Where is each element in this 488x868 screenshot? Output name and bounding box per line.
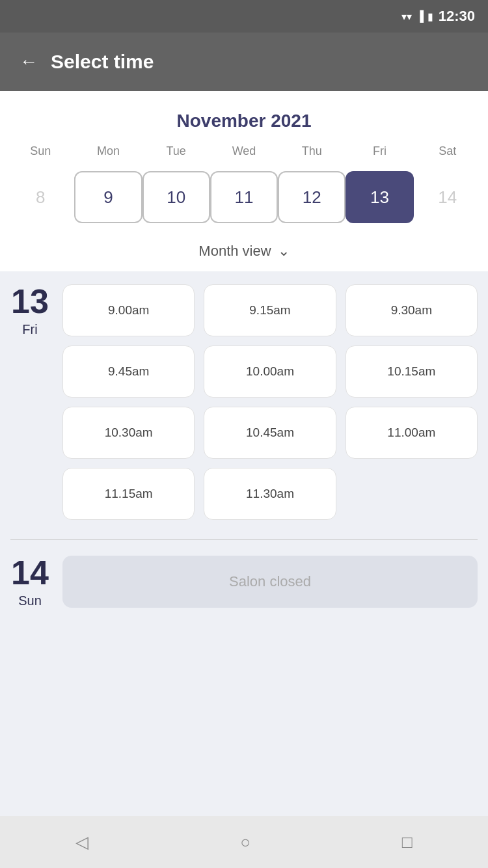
day-10[interactable]: 10 <box>142 171 210 223</box>
time-slot-1030[interactable]: 10.30am <box>62 407 195 459</box>
bottom-nav: ◁ ○ □ <box>0 816 488 868</box>
day-9[interactable]: 9 <box>74 171 142 223</box>
day-name-14: Sun <box>18 593 42 608</box>
day-11[interactable]: 11 <box>210 171 278 223</box>
calendar-section: November 2021 Sun Mon Tue Wed Thu Fri Sa… <box>0 91 488 271</box>
time-grid-13: 9.00am 9.15am 9.30am 9.45am 10.00am 10.1… <box>62 284 478 520</box>
day-content-row-13: 13 Fri 9.00am 9.15am 9.30am 9.45am 10.00… <box>10 284 478 520</box>
day-header-sat: Sat <box>414 144 481 166</box>
month-view-toggle[interactable]: Month view ⌄ <box>0 234 488 271</box>
day-label-block-14: 14 Sun <box>10 556 49 608</box>
time-slot-915[interactable]: 9.15am <box>204 284 336 336</box>
time-slot-1130[interactable]: 11.30am <box>204 468 336 520</box>
day-header-fri: Fri <box>346 144 413 166</box>
day-section-13: 13 Fri 9.00am 9.15am 9.30am 9.45am 10.00… <box>10 284 478 520</box>
day-12[interactable]: 12 <box>278 171 346 223</box>
day-section-14: 14 Sun Salon closed <box>10 556 478 608</box>
status-bar: ▾▾ ▐ ▮ 12:30 <box>0 0 488 33</box>
battery-icon: ▮ <box>427 10 433 23</box>
time-slot-1015[interactable]: 10.15am <box>346 346 478 398</box>
month-title: November 2021 <box>0 104 488 144</box>
time-slot-1100[interactable]: 11.00am <box>346 407 478 459</box>
header: ← Select time <box>0 33 488 91</box>
time-slot-1000[interactable]: 10.00am <box>204 346 336 398</box>
day-header-sun: Sun <box>7 144 74 166</box>
day-13[interactable]: 13 <box>346 171 413 223</box>
signal-icon: ▐ <box>416 10 423 22</box>
day-14[interactable]: 14 <box>414 171 481 223</box>
day-header-mon: Mon <box>74 144 142 166</box>
day-content-row-14: 14 Sun Salon closed <box>10 556 478 608</box>
nav-back-button[interactable]: ◁ <box>75 832 88 852</box>
day-number-14: 14 <box>11 556 49 590</box>
time-slots-section: 13 Fri 9.00am 9.15am 9.30am 9.45am 10.00… <box>0 271 488 816</box>
day-headers: Sun Mon Tue Wed Thu Fri Sat <box>0 144 488 166</box>
time-slot-900[interactable]: 9.00am <box>62 284 195 336</box>
section-divider <box>10 539 478 540</box>
back-button[interactable]: ← <box>20 51 38 72</box>
status-icons: ▾▾ ▐ ▮ <box>401 10 433 23</box>
month-view-label: Month view <box>198 243 271 260</box>
day-number-13: 13 <box>11 284 49 318</box>
wifi-icon: ▾▾ <box>401 10 412 23</box>
day-label-block-13: 13 Fri <box>10 284 49 337</box>
time-slot-1115[interactable]: 11.15am <box>62 468 195 520</box>
closed-slot-14: Salon closed <box>62 556 478 608</box>
week-row: 8 9 10 11 12 13 14 <box>0 166 488 234</box>
day-8[interactable]: 8 <box>7 171 74 223</box>
time-slot-930[interactable]: 9.30am <box>346 284 478 336</box>
time-slot-1045[interactable]: 10.45am <box>204 407 336 459</box>
time-slot-945[interactable]: 9.45am <box>62 346 195 398</box>
status-time: 12:30 <box>439 8 475 25</box>
day-header-wed: Wed <box>210 144 278 166</box>
chevron-down-icon: ⌄ <box>278 243 290 260</box>
nav-home-button[interactable]: ○ <box>240 832 251 852</box>
day-name-13: Fri <box>22 322 37 337</box>
page-title: Select time <box>51 51 154 73</box>
nav-recents-button[interactable]: □ <box>402 832 413 852</box>
day-header-tue: Tue <box>142 144 210 166</box>
day-header-thu: Thu <box>278 144 346 166</box>
